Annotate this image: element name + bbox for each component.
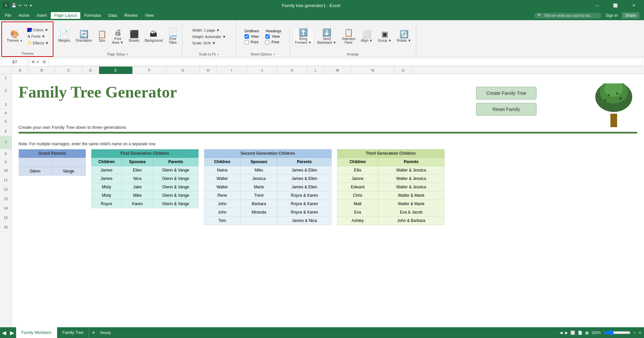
height-control[interactable]: Height: Automatic ▼ bbox=[191, 34, 227, 39]
row-num-1[interactable]: 1 bbox=[0, 74, 11, 81]
col-header-m[interactable]: M bbox=[324, 67, 351, 74]
col-header-g[interactable]: G bbox=[166, 67, 200, 74]
reset-family-button[interactable]: Reset Family bbox=[476, 103, 536, 116]
menu-page-layout[interactable]: Page Layout bbox=[51, 12, 80, 19]
redo-icon[interactable]: ↪ bbox=[24, 3, 27, 8]
width-control[interactable]: Width: 1 page ▼ bbox=[191, 28, 227, 33]
zoom-out-icon[interactable]: − bbox=[633, 330, 636, 335]
layout-break-icon[interactable]: ▦ bbox=[585, 331, 589, 335]
group-button[interactable]: ▣ Group ▼ bbox=[376, 30, 393, 43]
sg-child-1[interactable]: Naina bbox=[204, 166, 241, 175]
add-sheet-button[interactable]: + bbox=[89, 330, 97, 336]
tg-parent-7[interactable]: John & Barbara bbox=[378, 217, 444, 225]
sg-spouse-6[interactable]: Miranda bbox=[241, 208, 277, 217]
col-header-d[interactable]: D bbox=[82, 67, 99, 74]
row-num-14[interactable]: 14 bbox=[0, 203, 11, 213]
fg-child-5[interactable]: Royce bbox=[91, 200, 122, 208]
scale-control[interactable]: Scale: 81% ▼ bbox=[191, 40, 227, 46]
fg-spouse-5[interactable]: Karen bbox=[122, 200, 153, 208]
gp-lastname[interactable]: Vange bbox=[51, 167, 85, 176]
sg-spouse-2[interactable]: Jessica bbox=[241, 175, 277, 183]
selection-pane-button[interactable]: 📋 SelectionPane bbox=[340, 28, 357, 45]
row-num-3[interactable]: 3 bbox=[0, 100, 11, 109]
row-num-15[interactable]: 15 bbox=[0, 213, 11, 222]
menu-file[interactable]: File bbox=[1, 12, 14, 19]
tg-parent-1[interactable]: Walter & Jessica bbox=[378, 166, 444, 175]
fonts-button[interactable]: A Fonts ▼ bbox=[26, 33, 50, 40]
col-header-b[interactable]: B bbox=[29, 67, 55, 74]
zoom-in-icon[interactable]: + bbox=[639, 330, 641, 335]
sg-parent-5[interactable]: Royce & Karen bbox=[277, 200, 332, 208]
background-button[interactable]: 🏔 Background bbox=[143, 30, 165, 43]
tg-parent-6[interactable]: Eva & Jacob bbox=[378, 208, 444, 217]
sg-parent-3[interactable]: James & Ellen bbox=[277, 183, 332, 191]
tg-child-7[interactable]: Ashley bbox=[337, 217, 378, 225]
sg-child-6[interactable]: John bbox=[204, 208, 241, 217]
row-num-10[interactable]: 10 bbox=[0, 166, 11, 175]
row-num-7[interactable]: 7 bbox=[0, 136, 11, 149]
sg-child-7[interactable]: Tom bbox=[204, 217, 241, 225]
fg-spouse-3[interactable]: Jake bbox=[122, 183, 153, 191]
undo-icon[interactable]: ↩ bbox=[18, 3, 22, 8]
size-button[interactable]: 📋 Size bbox=[95, 30, 109, 43]
fg-parent-1[interactable]: Glenn & Vange bbox=[153, 166, 198, 175]
tg-child-3[interactable]: Edward bbox=[337, 183, 378, 191]
margins-button[interactable]: 📄 Margins bbox=[56, 30, 72, 43]
sg-parent-4[interactable]: Royce & Karen bbox=[277, 191, 332, 200]
sg-parent-1[interactable]: James & Ellen bbox=[277, 166, 332, 175]
tg-child-1[interactable]: Ellis bbox=[337, 166, 378, 175]
menu-home[interactable]: Home bbox=[15, 12, 33, 19]
confirm-formula-icon[interactable]: ✓ bbox=[36, 59, 40, 65]
tg-parent-4[interactable]: Walter & Marie bbox=[378, 191, 444, 200]
sg-spouse-4[interactable]: Trent bbox=[241, 191, 277, 200]
maximize-button[interactable]: ⬜ bbox=[608, 0, 623, 11]
orientation-button[interactable]: 🔄 Orientation bbox=[74, 30, 94, 43]
headings-print-checkbox[interactable] bbox=[265, 40, 269, 44]
customize-icon[interactable]: ▼ bbox=[29, 4, 33, 7]
minimize-button[interactable]: — bbox=[590, 0, 605, 11]
gridlines-view-checkbox[interactable] bbox=[245, 34, 249, 39]
colors-button[interactable]: Colors ▼ bbox=[26, 27, 50, 33]
scroll-tabs-right[interactable]: ▶ bbox=[8, 330, 16, 336]
gp-firstname[interactable]: Glenn bbox=[19, 167, 52, 176]
col-header-j[interactable]: J bbox=[247, 67, 277, 74]
print-area-button[interactable]: 🖨 PrintArea ▼ bbox=[110, 28, 126, 45]
fg-parent-3[interactable]: Glenn & Vange bbox=[153, 183, 198, 191]
rotate-button[interactable]: 🔃 Rotate ▼ bbox=[395, 30, 413, 43]
row-num-12[interactable]: 12 bbox=[0, 185, 11, 194]
create-family-tree-button[interactable]: Create Family Tree bbox=[476, 87, 536, 100]
row-num-11[interactable]: 11 bbox=[0, 175, 11, 185]
row-num-13[interactable]: 13 bbox=[0, 194, 11, 203]
tg-parent-5[interactable]: Walter & Marie bbox=[378, 200, 444, 208]
share-button[interactable]: Share bbox=[622, 12, 639, 18]
sg-spouse-3[interactable]: Marie bbox=[241, 183, 277, 191]
gridlines-print-checkbox[interactable] bbox=[245, 40, 249, 44]
fg-child-1[interactable]: James bbox=[91, 166, 122, 175]
fg-parent-4[interactable]: Glenn & Vange bbox=[153, 191, 198, 200]
sheet-tab-family-tree[interactable]: Family Tree bbox=[57, 327, 89, 338]
menu-formulas[interactable]: Formulas bbox=[81, 12, 104, 19]
headings-view-checkbox[interactable] bbox=[265, 34, 270, 39]
col-header-l[interactable]: L bbox=[307, 67, 324, 74]
scroll-left-icon[interactable]: ◀ bbox=[560, 331, 562, 335]
sg-child-4[interactable]: Rene bbox=[204, 191, 241, 200]
sign-in-link[interactable]: Sign in bbox=[605, 13, 618, 18]
fg-parent-5[interactable]: Glenn & Vange bbox=[153, 200, 198, 208]
row-num-8[interactable]: 8 bbox=[0, 149, 11, 158]
row-num-4[interactable]: 4 bbox=[0, 109, 11, 117]
print-titles-button[interactable]: 📃 PrintTitles bbox=[166, 28, 179, 45]
layout-normal-icon[interactable]: ⬜ bbox=[570, 331, 575, 335]
tg-parent-2[interactable]: Walter & Jessica bbox=[378, 175, 444, 183]
sg-child-5[interactable]: John bbox=[204, 200, 241, 208]
col-header-a[interactable]: A bbox=[12, 67, 29, 74]
sg-parent-7[interactable]: James & Nica bbox=[277, 217, 332, 225]
formula-input[interactable]: First Generation Children bbox=[49, 58, 643, 66]
sheet-tab-family-members[interactable]: Family Members bbox=[16, 327, 57, 338]
cell-reference-box[interactable] bbox=[1, 58, 28, 66]
fg-child-2[interactable]: James bbox=[91, 175, 122, 183]
tg-child-5[interactable]: Matt bbox=[337, 200, 378, 208]
search-bar[interactable]: 🔍 Tell me what you want to do... bbox=[534, 13, 601, 18]
close-button[interactable]: ✕ bbox=[626, 0, 641, 11]
sg-spouse-7[interactable] bbox=[241, 217, 277, 225]
sg-spouse-1[interactable]: Miko bbox=[241, 166, 277, 175]
